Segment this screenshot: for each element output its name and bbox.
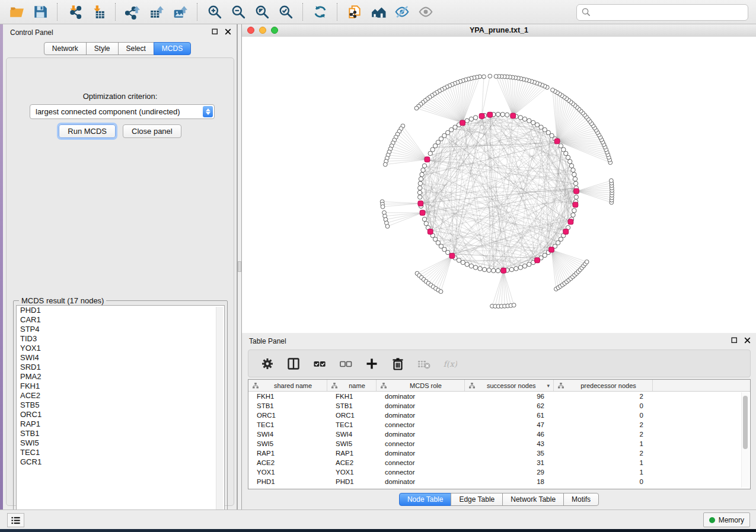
cell-successor-nodes[interactable]: 35 — [465, 448, 554, 458]
cell-predecessor-nodes[interactable]: 1 — [554, 467, 653, 477]
mcds-result-list[interactable]: PHD1CAR1STP4TID3YOX1SWI4SRD1PMA2FKH1ACE2… — [16, 305, 225, 519]
cell-successor-nodes[interactable]: 47 — [465, 420, 554, 430]
zoom-fit-button[interactable] — [252, 2, 272, 21]
cell-MCDS-role[interactable]: connector — [377, 420, 465, 430]
cell-predecessor-nodes[interactable]: 2 — [554, 420, 653, 430]
mcds-result-item[interactable]: CAR1 — [17, 315, 224, 325]
mcds-list-scrollbar[interactable] — [216, 307, 223, 517]
column-header-name[interactable]: name — [327, 380, 377, 391]
cell-predecessor-nodes[interactable]: 0 — [554, 401, 653, 411]
tab-select[interactable]: Select — [118, 42, 154, 55]
copy-style-button[interactable] — [344, 2, 365, 21]
search-input[interactable] — [594, 5, 744, 20]
cell-successor-nodes[interactable]: 46 — [465, 430, 554, 439]
table-row[interactable]: PHD1PHD1dominator180 — [248, 477, 750, 486]
column-header-predecessor-nodes[interactable]: predecessor nodes — [554, 380, 653, 391]
column-header-MCDS-role[interactable]: MCDS role — [377, 380, 465, 391]
cell-predecessor-nodes[interactable]: 2 — [554, 430, 653, 439]
run-mcds-button[interactable]: Run MCDS — [59, 124, 116, 138]
tab-network-table[interactable]: Network Table — [502, 493, 564, 506]
mcds-result-item[interactable]: TEC1 — [17, 448, 224, 457]
mcds-result-item[interactable]: TID3 — [17, 334, 224, 344]
cell-name[interactable]: FKH1 — [327, 392, 377, 401]
cell-name[interactable]: STB1 — [327, 401, 377, 411]
table-scrollbar[interactable] — [741, 392, 749, 488]
tab-motifs[interactable]: Motifs — [563, 493, 599, 506]
cell-successor-nodes[interactable]: 29 — [465, 467, 554, 477]
column-header-shared-name[interactable]: shared name — [248, 380, 327, 391]
table-row[interactable]: FKH1FKH1dominator962 — [248, 392, 750, 401]
cell-MCDS-role[interactable]: dominator — [377, 401, 465, 411]
tab-style[interactable]: Style — [86, 42, 119, 55]
mcds-result-item[interactable]: FKH1 — [17, 382, 224, 391]
criterion-dropdown[interactable]: largest connected component (undirected) — [30, 104, 215, 119]
cell-name[interactable]: TEC1 — [327, 420, 377, 430]
cell-shared-name[interactable]: SWI4 — [248, 430, 327, 439]
cell-predecessor-nodes[interactable]: 1 — [554, 458, 653, 467]
close-table-panel-icon[interactable] — [744, 336, 751, 344]
cell-name[interactable]: ORC1 — [327, 411, 377, 420]
table-row[interactable]: TEC1TEC1connector472 — [248, 420, 750, 430]
panel-splitter[interactable] — [237, 24, 242, 509]
trash-button[interactable] — [388, 354, 408, 373]
refresh-button[interactable] — [310, 2, 330, 21]
cell-name[interactable]: RAP1 — [327, 448, 377, 458]
table-row[interactable]: SWI5SWI5connector431 — [248, 439, 750, 448]
mcds-result-item[interactable]: STP4 — [17, 325, 224, 334]
select-all-button[interactable] — [310, 354, 330, 373]
cell-name[interactable]: YOX1 — [327, 467, 377, 477]
cell-name[interactable]: SWI5 — [327, 439, 377, 448]
add-button[interactable] — [362, 354, 382, 373]
split-view-button[interactable] — [283, 354, 304, 373]
cell-shared-name[interactable]: PHD1 — [248, 477, 327, 486]
cell-successor-nodes[interactable]: 96 — [465, 392, 554, 401]
cell-MCDS-role[interactable]: dominator — [377, 411, 465, 420]
cell-successor-nodes[interactable]: 62 — [465, 401, 554, 411]
show-panels-button[interactable] — [7, 513, 24, 527]
cell-name[interactable]: ACE2 — [327, 458, 377, 467]
mcds-result-item[interactable]: PMA2 — [17, 372, 224, 382]
mcds-result-item[interactable]: STB1 — [17, 429, 224, 438]
cell-shared-name[interactable]: RAP1 — [248, 448, 327, 458]
table-row[interactable]: ACE2ACE2connector311 — [248, 458, 750, 467]
import-network-button[interactable] — [65, 2, 85, 21]
table-row[interactable]: ORC1ORC1dominator610 — [248, 411, 750, 420]
cell-successor-nodes[interactable]: 43 — [465, 439, 554, 448]
cell-predecessor-nodes[interactable]: 0 — [554, 411, 653, 420]
zoom-selected-button[interactable] — [276, 2, 296, 21]
cell-MCDS-role[interactable]: dominator — [377, 448, 465, 458]
cell-shared-name[interactable]: FKH1 — [248, 392, 327, 401]
zoom-out-button[interactable] — [228, 2, 248, 21]
import-table-button[interactable] — [88, 2, 109, 21]
save-button[interactable] — [30, 2, 50, 21]
mcds-result-item[interactable]: STB5 — [17, 400, 224, 410]
mcds-result-item[interactable]: RAP1 — [17, 419, 224, 429]
mcds-result-item[interactable]: SRD1 — [17, 363, 224, 372]
cell-MCDS-role[interactable]: dominator — [377, 430, 465, 439]
cell-MCDS-role[interactable]: connector — [377, 439, 465, 448]
cell-predecessor-nodes[interactable]: 2 — [554, 392, 653, 401]
cell-successor-nodes[interactable]: 61 — [465, 411, 554, 420]
hide-selected-button[interactable] — [392, 2, 412, 21]
float-panel-icon[interactable] — [211, 28, 219, 36]
cell-MCDS-role[interactable]: connector — [377, 458, 465, 467]
cell-predecessor-nodes[interactable]: 1 — [554, 439, 653, 448]
export-table-button[interactable] — [146, 2, 167, 21]
network-graph[interactable] — [242, 37, 756, 333]
deselect-all-button[interactable] — [336, 354, 356, 373]
float-table-panel-icon[interactable] — [731, 336, 738, 344]
cell-predecessor-nodes[interactable]: 2 — [554, 448, 653, 458]
export-network-button[interactable] — [123, 2, 143, 21]
mcds-result-item[interactable]: PHD1 — [17, 306, 224, 315]
mcds-result-item[interactable]: SWI5 — [17, 438, 224, 448]
splitter-handle[interactable] — [238, 261, 241, 272]
mcds-result-item[interactable]: ACE2 — [17, 391, 224, 400]
table-row[interactable]: STB1STB1dominator620 — [248, 401, 750, 411]
cell-shared-name[interactable]: SWI5 — [248, 439, 327, 448]
cell-shared-name[interactable]: TEC1 — [248, 420, 327, 430]
tab-network[interactable]: Network — [44, 42, 87, 55]
cell-name[interactable]: SWI4 — [327, 430, 377, 439]
table-row[interactable]: YOX1YOX1connector291 — [248, 467, 750, 477]
tab-edge-table[interactable]: Edge Table — [451, 493, 503, 506]
gear-button[interactable] — [257, 354, 277, 373]
